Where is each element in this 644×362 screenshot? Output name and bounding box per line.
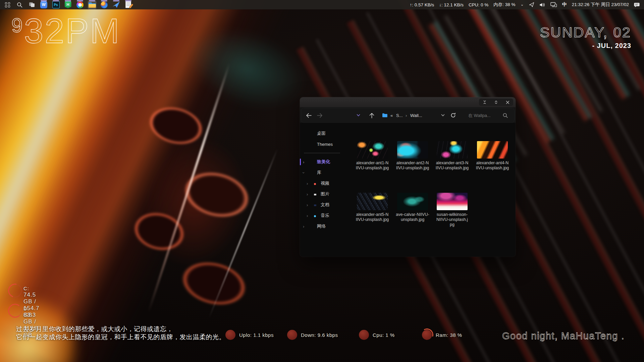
disk-d-label: D: bbox=[23, 306, 39, 311]
sidebar-item-libraries[interactable]: › 库 bbox=[300, 167, 343, 178]
cpu-gauge bbox=[359, 330, 369, 340]
back-button[interactable] bbox=[306, 108, 312, 123]
file-name: alexander-ant5-NIIVU-unsplash.jpg bbox=[356, 212, 389, 222]
taskbar-app-notepad[interactable] bbox=[124, 1, 132, 9]
recent-locations-button[interactable] bbox=[357, 108, 360, 123]
arrow-left-icon bbox=[306, 113, 312, 118]
tray-cpu-usage: CPU: 0 % bbox=[469, 2, 488, 7]
quote-line-1: 过去岁月里你收到的那些爱，或大或小，记得或遗忘， bbox=[16, 325, 225, 333]
window-titlebar[interactable] bbox=[300, 97, 516, 107]
taskbar-tray: ↑: 0.57 KB/s ↓: 12.1 KB/s CPU: 0 % 内存: 3… bbox=[410, 2, 644, 8]
taskbar-search-button[interactable] bbox=[15, 1, 24, 9]
file-item[interactable]: alexander-ant2-NIIVU-unsplash.jpg bbox=[396, 141, 429, 171]
chevron-right-icon[interactable]: › bbox=[307, 203, 308, 207]
notification-center-icon[interactable] bbox=[634, 2, 640, 8]
pictures-folder-icon bbox=[313, 192, 318, 196]
file-item[interactable]: susan-wilkinson-NIIVU-unsplash.jpg bbox=[435, 193, 469, 227]
chevron-right-icon[interactable]: › bbox=[307, 214, 308, 218]
ram-gauge bbox=[422, 330, 432, 340]
sidebar-item-label: 音乐 bbox=[321, 213, 329, 219]
close-icon bbox=[506, 101, 509, 104]
firefox-icon bbox=[101, 1, 108, 8]
start-button[interactable] bbox=[3, 1, 12, 9]
search-input[interactable] bbox=[468, 113, 498, 118]
ime-indicator[interactable]: 中 bbox=[562, 2, 567, 8]
network-display-icon[interactable] bbox=[550, 2, 557, 7]
search-submit[interactable] bbox=[503, 108, 508, 123]
file-item[interactable]: alexander-ant4-NIIVU-unsplash.jpg bbox=[476, 141, 509, 171]
file-grid: alexander-ant1-NIIVU-unsplash.jpg alexan… bbox=[343, 123, 516, 257]
taskbar-app-photoshop[interactable]: Ps bbox=[52, 1, 60, 9]
sidebar-item-label: 文档 bbox=[321, 202, 329, 208]
breadcrumb-separator: › bbox=[406, 108, 407, 123]
tray-memory-usage: 内存: 38 % bbox=[493, 2, 515, 8]
chevron-down-icon[interactable]: › bbox=[302, 172, 306, 173]
sidebar-item-pictures[interactable]: › 图片 bbox=[300, 189, 343, 199]
breadcrumb-current[interactable]: Wall... bbox=[410, 108, 422, 123]
chevron-right-icon[interactable]: › bbox=[303, 160, 304, 164]
taskbar-app-telegram[interactable] bbox=[112, 1, 120, 9]
forward-button[interactable] bbox=[317, 108, 323, 123]
taskbar-app-firefox[interactable] bbox=[100, 1, 108, 9]
image-thumbnail bbox=[357, 141, 388, 159]
close-button[interactable] bbox=[502, 99, 513, 106]
file-item[interactable]: alexander-ant3-NIIVU-unsplash.jpg bbox=[435, 141, 469, 171]
image-thumbnail bbox=[397, 141, 428, 159]
file-name: susan-wilkinson-NIIVU-unsplash.jpg bbox=[435, 212, 469, 227]
taskbar-app-chrome[interactable] bbox=[76, 1, 84, 9]
sidebar-item-music[interactable]: › 音乐 bbox=[300, 210, 343, 221]
chevron-down-icon bbox=[357, 114, 360, 117]
sidebar-item-label: 图片 bbox=[321, 191, 329, 197]
desktop: W Ps H ↑: 0.57 KB/s ↓: 12.1 KB/s CPU: 0 … bbox=[0, 0, 644, 362]
clock-hour: 9 bbox=[11, 15, 24, 48]
volume-icon[interactable] bbox=[539, 2, 545, 7]
sidebar-item-desktop[interactable]: 桌面 bbox=[300, 128, 343, 139]
send-app-tray-icon[interactable] bbox=[529, 2, 534, 7]
sidebar-item-themes[interactable]: Themes bbox=[300, 139, 343, 149]
file-name: alexander-ant1-NIIVU-unsplash.jpg bbox=[356, 161, 389, 171]
maximize-button[interactable] bbox=[490, 99, 502, 106]
folder-icon bbox=[309, 171, 314, 175]
task-view-button[interactable] bbox=[28, 1, 36, 9]
file-item[interactable]: alexander-ant1-NIIVU-unsplash.jpg bbox=[356, 141, 389, 171]
sidebar-item-documents[interactable]: › 文档 bbox=[300, 199, 343, 210]
up-button[interactable] bbox=[369, 108, 374, 123]
tray-clock[interactable]: 21:32:26 下午 周日 23/07/02 bbox=[572, 2, 629, 8]
sidebar-item-label: Themes bbox=[317, 142, 333, 147]
sidebar-item-label: 网络 bbox=[317, 223, 326, 229]
chevron-right-icon[interactable]: › bbox=[303, 224, 304, 229]
minimize-button[interactable] bbox=[479, 99, 490, 106]
address-dropdown-button[interactable] bbox=[441, 108, 445, 123]
sidebar-item-zhimeihua[interactable]: › 致美化 bbox=[300, 157, 343, 167]
chevron-right-icon[interactable]: › bbox=[307, 192, 308, 196]
breadcrumb-overflow[interactable]: « bbox=[390, 108, 393, 123]
disk-c-label: C: bbox=[23, 286, 40, 291]
network-globe-icon bbox=[309, 224, 314, 229]
tray-overflow-chevron-icon[interactable]: ⌄ bbox=[521, 2, 524, 7]
window-controls bbox=[479, 99, 513, 106]
explorer-toolbar: « S... › Wall... bbox=[301, 108, 515, 123]
file-item[interactable]: ave-calvar-NIIVU-unsplash.jpg bbox=[396, 193, 429, 222]
image-thumbnail bbox=[397, 193, 428, 210]
quote-line-2: 它们一起变成你头上隐形的皇冠，和手上看不见的盾牌，发出温柔的光。 bbox=[16, 333, 225, 341]
file-item[interactable]: alexander-ant5-NIIVU-unsplash.jpg bbox=[356, 193, 389, 222]
videos-folder-icon bbox=[313, 181, 318, 186]
sidebar-item-videos[interactable]: › 视频 bbox=[300, 178, 343, 189]
taskbar-app-wps[interactable]: W bbox=[40, 1, 48, 9]
selection-accent-bar bbox=[300, 159, 301, 165]
clock-widget: 9 32PM bbox=[11, 13, 120, 48]
music-folder-icon bbox=[313, 214, 318, 218]
explorer-sidebar: 桌面 Themes › 致美化 › 库 bbox=[300, 123, 343, 257]
breadcrumb-parent[interactable]: S... bbox=[396, 108, 403, 123]
date-widget: SUNDAY, 02 - JUL, 2023 bbox=[540, 24, 631, 50]
chevron-right-icon[interactable]: › bbox=[307, 181, 308, 186]
search-icon bbox=[503, 113, 508, 118]
arrow-up-icon bbox=[369, 113, 374, 118]
image-thumbnail bbox=[437, 141, 468, 159]
taskbar-app-hbuilder[interactable]: H bbox=[64, 1, 72, 9]
sidebar-item-network[interactable]: › 网络 bbox=[300, 221, 343, 232]
refresh-button[interactable] bbox=[450, 108, 456, 123]
download-stat-widget: Down: 9.6 kbps bbox=[287, 330, 338, 340]
file-name: alexander-ant3-NIIVU-unsplash.jpg bbox=[435, 161, 469, 171]
taskbar-app-file-explorer[interactable] bbox=[88, 1, 96, 9]
